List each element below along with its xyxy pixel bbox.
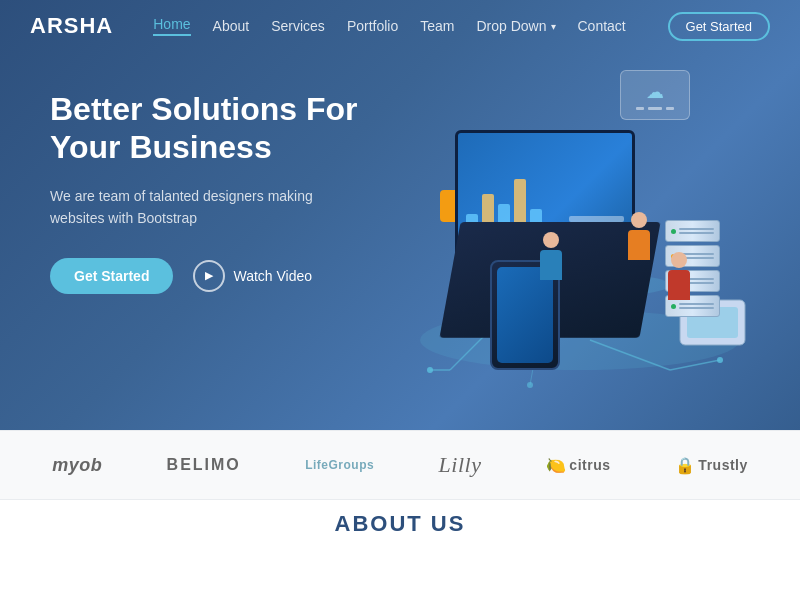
svg-line-4 <box>590 340 670 370</box>
brand-logo[interactable]: ARSHA <box>30 13 113 39</box>
brand-citrus: 🍋citrus <box>546 456 611 475</box>
svg-point-8 <box>527 382 533 388</box>
hero-get-started-button[interactable]: Get Started <box>50 258 173 294</box>
play-icon: ▶ <box>193 260 225 292</box>
nav-cta-button[interactable]: Get Started <box>668 12 770 41</box>
person-2-decoration <box>540 232 562 280</box>
nav-links: Home About Services Portfolio Team Drop … <box>153 16 667 36</box>
citrus-icon: 🍋 <box>546 456 567 475</box>
nav-services[interactable]: Services <box>271 18 325 34</box>
nav-team[interactable]: Team <box>420 18 454 34</box>
nav-contact[interactable]: Contact <box>578 18 626 34</box>
nav-about[interactable]: About <box>213 18 250 34</box>
hero-buttons: Get Started ▶ Watch Video <box>50 258 370 294</box>
hero-title: Better Solutions For Your Business <box>50 90 370 167</box>
hero-content: Better Solutions For Your Business We ar… <box>50 90 370 294</box>
brands-bar: myob BELIMO LifeGroups Lilly 🍋citrus 🔒Tr… <box>0 430 800 500</box>
trustly-icon: 🔒 <box>675 456 696 475</box>
about-section: ABOUT US <box>0 500 800 548</box>
hero-section: Better Solutions For Your Business We ar… <box>0 0 800 430</box>
brand-myob: myob <box>52 455 102 476</box>
about-title: ABOUT US <box>335 511 466 537</box>
hero-subtitle: We are team of talanted designers making… <box>50 185 370 230</box>
cloud-icon: ☁ <box>646 81 664 103</box>
nav-dropdown[interactable]: Drop Down ▾ <box>476 18 555 34</box>
svg-point-6 <box>717 357 723 363</box>
hero-watch-video-button[interactable]: ▶ Watch Video <box>193 260 312 292</box>
nav-home[interactable]: Home <box>153 16 190 36</box>
brand-trustly: 🔒Trustly <box>675 456 748 475</box>
person-1-decoration <box>628 212 650 260</box>
cloud-box-decoration: ☁ <box>620 70 690 120</box>
navbar: ARSHA Home About Services Portfolio Team… <box>0 0 800 52</box>
brand-belimo: BELIMO <box>167 456 241 474</box>
hero-illustration: ✉ ☁ <box>390 30 770 400</box>
brand-lilly: Lilly <box>439 452 482 478</box>
brand-lifegroups: LifeGroups <box>305 458 374 472</box>
nav-portfolio[interactable]: Portfolio <box>347 18 398 34</box>
svg-line-5 <box>670 360 720 370</box>
chevron-down-icon: ▾ <box>551 21 556 32</box>
person-3-decoration <box>668 252 690 300</box>
svg-point-3 <box>427 367 433 373</box>
